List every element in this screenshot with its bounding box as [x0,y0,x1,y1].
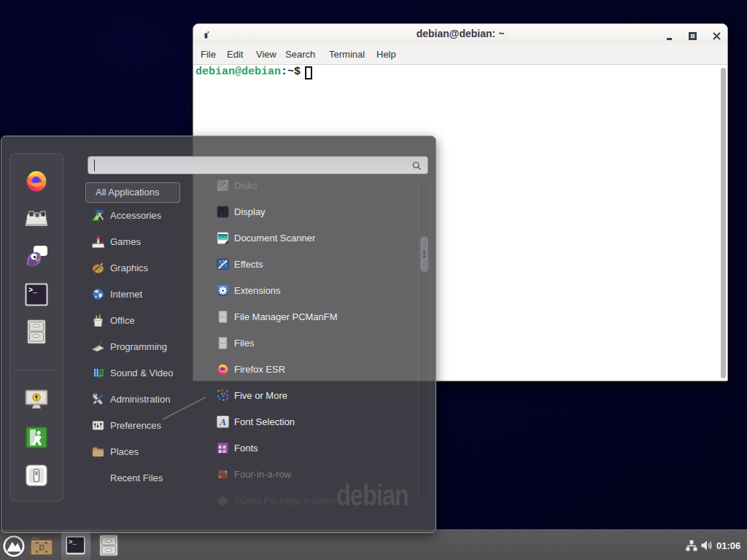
svg-text:>_: >_ [28,287,38,295]
svg-text:>_: >_ [69,539,77,546]
svg-text:a: a [223,448,226,454]
svg-text:D: D [39,544,44,552]
svg-text:A: A [219,416,226,427]
svg-text:a: a [219,448,222,454]
